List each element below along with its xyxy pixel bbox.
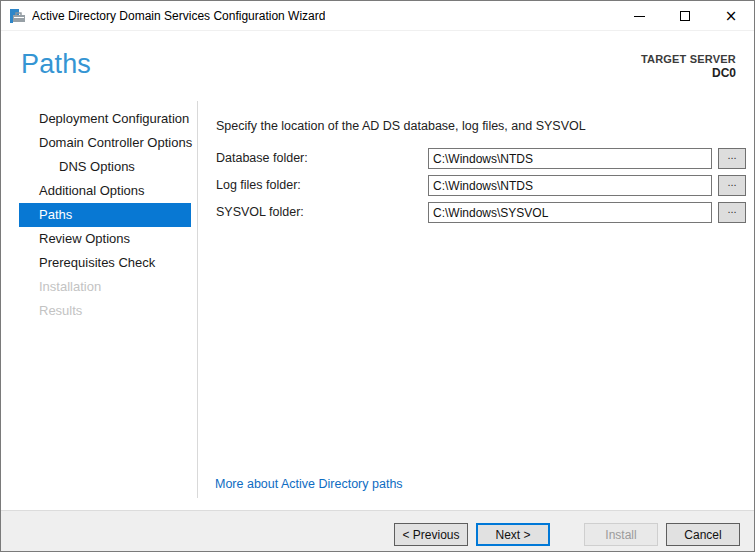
log-files-folder-input[interactable] [428,175,712,196]
page-title: Paths [21,49,91,80]
log-files-folder-browse-button[interactable]: ... [718,175,746,196]
previous-button[interactable]: < Previous [394,523,468,546]
close-button[interactable]: × [708,1,754,31]
sidebar-item-paths[interactable]: Paths [19,203,191,227]
target-server-label: TARGET SERVER [641,52,736,66]
minimize-button[interactable] [616,1,662,31]
sidebar-item-prerequisites-check[interactable]: Prerequisites Check [1,251,197,275]
sidebar-item-review-options[interactable]: Review Options [1,227,197,251]
cancel-button[interactable]: Cancel [666,523,740,546]
window-controls: × [616,1,754,31]
wizard-window: Active Directory Domain Services Configu… [0,0,755,552]
minimize-icon [634,16,645,17]
install-button: Install [584,523,658,546]
sidebar-item-deployment-configuration[interactable]: Deployment Configuration [1,107,197,131]
sysvol-folder-input[interactable] [428,202,712,223]
maximize-icon [680,11,690,21]
maximize-button[interactable] [662,1,708,31]
database-folder-label: Database folder: [216,148,308,169]
more-about-paths-link[interactable]: More about Active Directory paths [215,477,403,491]
sidebar-divider [197,101,198,498]
titlebar: Active Directory Domain Services Configu… [1,1,754,31]
sidebar-item-dns-options[interactable]: DNS Options [1,155,197,179]
target-server-name: DC0 [641,66,736,80]
wizard-steps-nav: Deployment Configuration Domain Controll… [1,107,197,323]
sidebar-item-domain-controller-options[interactable]: Domain Controller Options [1,131,197,155]
sidebar-item-additional-options[interactable]: Additional Options [1,179,197,203]
close-icon: × [725,9,738,24]
log-files-folder-label: Log files folder: [216,175,301,196]
database-folder-browse-button[interactable]: ... [718,148,746,169]
window-title: Active Directory Domain Services Configu… [32,9,325,23]
sysvol-folder-label: SYSVOL folder: [216,202,304,223]
next-button[interactable]: Next > [476,523,550,546]
sidebar-item-installation: Installation [1,275,197,299]
sidebar-item-results: Results [1,299,197,323]
server-manager-icon [9,8,25,24]
target-server: TARGET SERVER DC0 [641,52,736,80]
database-folder-input[interactable] [428,148,712,169]
page-instruction: Specify the location of the AD DS databa… [216,119,586,133]
sysvol-folder-browse-button[interactable]: ... [718,202,746,223]
